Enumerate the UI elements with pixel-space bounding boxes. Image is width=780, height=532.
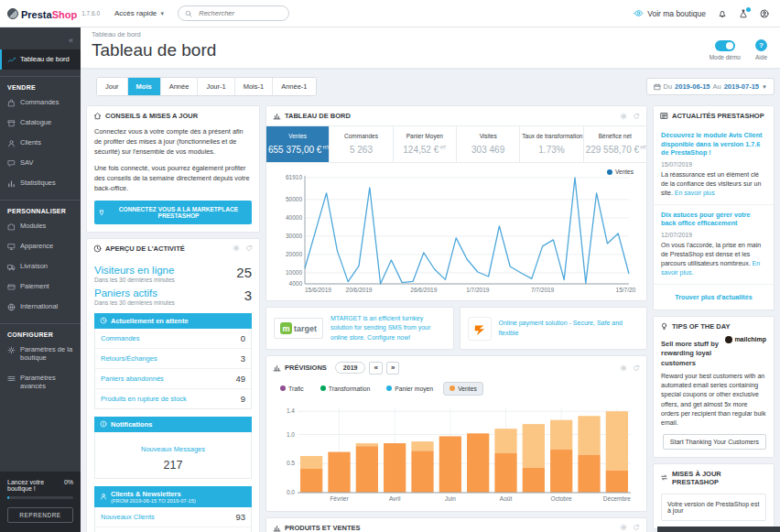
debug-flask-icon[interactable] [739,9,748,18]
year-selector[interactable]: 2019 [335,362,366,374]
help-icon[interactable]: ? [755,39,767,51]
pending-link-produits-en-rupture-de-stock[interactable]: Produits en rupture de stock [101,395,187,403]
sidebar-item-modules[interactable]: Modules [0,216,81,236]
range-button-annee-1[interactable]: Année-1 [273,78,315,95]
customers-link-nouveaux-clients[interactable]: Nouveaux Clients [101,513,155,521]
prestashop-logo[interactable]: PrestaShop 1.7.6.0 [7,5,100,22]
quick-access-menu[interactable]: Accès rapide ▼ [114,9,165,17]
kpi-benefice-net[interactable]: Bénéfice net229 558,70 € HT [584,126,646,162]
resume-button[interactable]: REPRENDRE [7,507,72,523]
sidebar-item-parametres-de-la-boutique[interactable]: Paramètres de la boutique [0,340,81,368]
demo-mode-toggle[interactable] [715,40,735,51]
banner-link-text[interactable]: Online payment solution - Secure, Safe a… [499,319,640,337]
refresh-icon[interactable] [633,113,640,120]
refresh-icon[interactable] [633,524,640,531]
kpi-label: Ventes [268,133,327,139]
connect-marketplace-button[interactable]: CONNECTEZ VOUS A LA MARKETPLACE PRESTASH… [94,201,252,224]
sidebar-item-statistiques[interactable]: Statistiques [0,173,81,193]
forecast-legend-transformation[interactable]: Transformation [314,382,376,396]
date-from-label: Du [664,82,673,91]
gear-icon[interactable] [233,244,240,252]
pending-link-retours-echanges[interactable]: Retours/Échanges [101,354,157,363]
dashboard-trend-icon [7,56,16,64]
next-year-button[interactable]: » [386,362,399,375]
kpi-ventes[interactable]: Ventes655 375,00 € HT [266,126,330,162]
kpi-visites[interactable]: Visites303 469 [457,126,520,162]
online-visitors-link[interactable]: Visiteurs en ligne [94,265,175,276]
date-to-label: Au [712,82,720,91]
forecast-legend-ventes[interactable]: Ventes [443,382,483,396]
svg-text:61910: 61910 [286,174,302,180]
forecast-legend-panier-moyen[interactable]: Panier moyen [380,382,439,396]
sidebar-item-parametres-avances[interactable]: Paramètres avancés [0,368,81,396]
payment-logo [468,317,492,341]
products-panel: PRODUITS ET VENTES COMMANDES RÉCENTESMEI… [265,517,647,532]
tips-cta-button[interactable]: Start Thanking Your Customers [663,434,766,450]
legend-dot [320,385,326,391]
gear-icon[interactable] [620,364,627,372]
banner-payment[interactable]: Online payment solution - Secure, Safe a… [460,307,648,349]
activity-panel: APERÇU DE L'ACTIVITÉ Visiteurs en ligne … [86,238,260,532]
sidebar-item-paiement[interactable]: Paiement [0,277,81,297]
kpi-panier-moyen[interactable]: Panier Moyen124,52 € HT [394,126,457,162]
search-input[interactable] [197,8,282,18]
kpi-value: 229 558,70 € HT [586,145,645,155]
sidebar-item-apparence[interactable]: Apparence [0,236,81,256]
range-button-mois[interactable]: Mois [128,78,161,95]
page-title: Tableau de bord [92,40,216,60]
legend-dot [280,385,286,391]
more-news-link[interactable]: Trouver plus d'actualités [654,285,774,309]
kpi-commandes[interactable]: Commandes5 263 [330,126,393,162]
forecast-legend-trafic[interactable]: Trafic [274,382,310,396]
date-from-value: 2019-06-15 [675,82,710,91]
range-button-jour[interactable]: Jour [97,78,128,95]
refresh-icon[interactable] [633,364,640,372]
range-button-annee[interactable]: Année [161,78,199,95]
new-messages-link[interactable]: Nouveaux Messages [141,445,205,453]
notifications-bell-icon[interactable] [718,9,727,18]
pending-row: Commandes0 [95,329,251,349]
sidebar-item-clients[interactable]: Clients [0,133,81,153]
sidebar-item-livraison[interactable]: Livraison [0,256,81,277]
view-shop-link[interactable]: Voir ma boutique [634,8,706,18]
legend-dot [450,385,455,391]
banner-link-text[interactable]: MTARGET is an efficient turnkey solution… [330,314,445,342]
sidebar-item-label: Clients [20,138,41,147]
refresh-icon[interactable] [245,244,253,252]
sidebar-item-commandes[interactable]: Commandes [0,92,81,113]
gear-icon[interactable] [620,524,627,531]
sidebar-item-label: Paramètres de la boutique [20,345,73,363]
sidebar-item-international[interactable]: International [0,297,81,317]
sidebar-collapse-button[interactable]: « [69,36,73,45]
prev-year-button[interactable]: « [369,362,382,375]
gear-icon[interactable] [620,113,627,120]
legend-dot [607,169,612,175]
banner-mtarget[interactable]: mtargetMTARGET is an efficient turnkey s… [265,307,454,349]
date-range-picker[interactable]: Du 2019-06-15 Au 2019-07-15 ▼ [646,78,775,95]
news-article-title[interactable]: Découvrez le module Avis Client disponib… [661,131,766,157]
svg-text:20000: 20000 [286,251,302,257]
active-carts-link[interactable]: Paniers actifs [94,288,175,299]
sidebar-item-label: Apparence [20,242,53,250]
read-more-link[interactable]: En savoir plus [675,190,715,196]
pending-link-paniers-abandonnes[interactable]: Paniers abandonnés [101,375,164,383]
pending-link-commandes[interactable]: Commandes [101,334,140,342]
account-icon[interactable] [760,9,769,18]
store-icon [7,119,16,127]
sidebar-item-sav[interactable]: SAV [0,153,81,173]
user-icon [7,139,16,147]
kpi-suffix: HT [321,145,329,150]
read-more-link[interactable]: En savoir plus. [661,260,760,276]
sidebar-item-tableau-de-bord[interactable]: Tableau de bord [0,49,81,70]
dashboard-panel-title: TABLEAU DE BORD [285,112,351,120]
range-button-jour-1[interactable]: Jour-1 [198,78,234,95]
customers-row: Nouveaux Clients93 [95,507,251,527]
range-button-mois-1[interactable]: Mois-1 [235,78,274,95]
search-box[interactable] [178,5,289,21]
sidebar-item-catalogue[interactable]: Catalogue [0,113,81,133]
kpi-taux-de-transformation[interactable]: Taux de transformation1.73% [520,126,583,162]
user-icon [100,493,107,500]
pending-section-title: Actuellement en attente [111,317,189,325]
news-article-title[interactable]: Dix astuces pour gérer votre back office… [661,211,766,228]
shell: « Tableau de bord VENDRECommandesCatalog… [0,27,780,532]
